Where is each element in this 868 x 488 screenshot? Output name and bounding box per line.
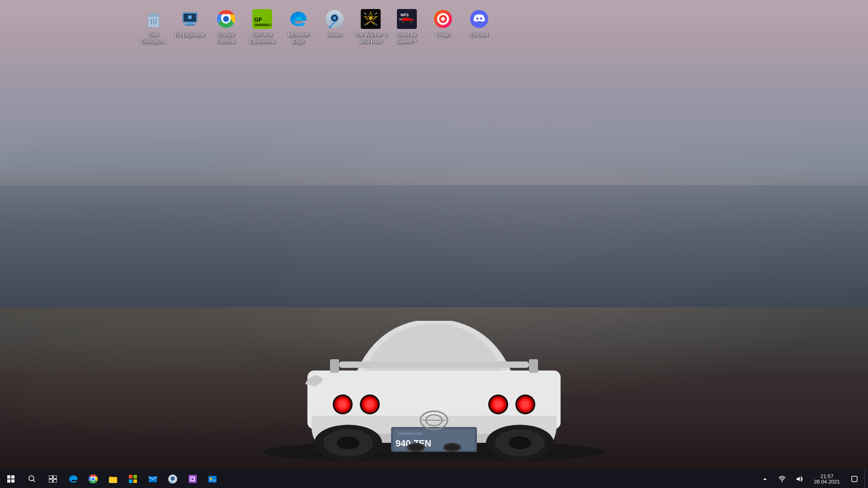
taskbar-app1-icon — [188, 474, 198, 484]
svg-rect-92 — [53, 475, 57, 479]
svg-rect-51 — [184, 24, 195, 26]
svg-point-20 — [495, 401, 502, 408]
svg-rect-101 — [133, 475, 137, 479]
taskbar-explorer-icon — [108, 474, 118, 484]
desktop: WASHINGTON 940·ZEN — [0, 0, 868, 488]
taskbar-app1[interactable] — [183, 470, 203, 488]
taskbar-mail-icon — [148, 474, 158, 484]
svg-point-89 — [29, 476, 34, 481]
geforce-experience-icon: GF EXPERIENCE — [251, 8, 273, 30]
svg-rect-102 — [129, 479, 132, 483]
svg-point-85 — [441, 17, 445, 21]
desktop-icon-need-for-speed[interactable]: NFS Need for Speed™ — [389, 5, 425, 49]
svg-point-53 — [189, 16, 191, 18]
notification-center-icon — [851, 476, 858, 482]
svg-line-90 — [33, 480, 35, 482]
taskbar-search-button[interactable] — [22, 470, 42, 488]
svg-point-76 — [402, 22, 403, 23]
geforce-experience-label: GeForce Experience — [246, 32, 278, 45]
witcher3-label: The Witcher 3 Wild Hunt — [354, 32, 387, 45]
desktop-icon-steam[interactable]: Steam — [316, 5, 353, 42]
desktop-icon-witcher3[interactable]: The Witcher 3 Wild Hunt — [353, 5, 389, 49]
windows-logo-icon — [7, 475, 14, 483]
clock-time: 21:57 — [821, 474, 834, 479]
show-desktop-button[interactable] — [864, 470, 868, 488]
system-clock[interactable]: 21:57 28.04.2021 — [808, 470, 845, 488]
start-button[interactable] — [0, 470, 22, 488]
desktop-icon-this-pc[interactable]: Bu bilgisayar — [172, 5, 208, 42]
svg-marker-114 — [763, 478, 767, 480]
taskbar-store[interactable] — [123, 470, 143, 488]
need-for-speed-icon: NFS — [396, 8, 418, 30]
network-icon[interactable] — [774, 470, 790, 488]
svg-rect-93 — [49, 479, 52, 483]
svg-rect-112 — [208, 476, 217, 483]
notification-center-button[interactable] — [846, 470, 863, 488]
svg-point-68 — [369, 16, 373, 20]
sound-icon[interactable] — [791, 470, 807, 488]
discord-label: Discord — [471, 32, 488, 38]
wifi-icon — [778, 475, 786, 483]
svg-rect-115 — [852, 476, 857, 482]
desktop-icon-discord[interactable]: Discord — [461, 5, 497, 42]
svg-rect-99 — [109, 477, 117, 478]
svg-rect-91 — [49, 475, 52, 479]
svg-point-33 — [409, 444, 423, 450]
svg-rect-100 — [129, 475, 132, 479]
wallpaper-car: WASHINGTON 940·ZEN — [258, 271, 610, 461]
svg-point-87 — [476, 18, 479, 20]
show-hidden-icons-button[interactable] — [757, 470, 773, 488]
need-for-speed-label: Need for Speed™ — [391, 32, 423, 45]
svg-point-35 — [445, 444, 459, 450]
desktop-icon-geforce-experience[interactable]: GF EXPERIENCE GeForce Experience — [244, 5, 280, 49]
svg-text:NFS: NFS — [401, 13, 409, 17]
steam-icon — [324, 8, 345, 30]
chevron-up-icon — [763, 477, 767, 481]
svg-point-57 — [224, 17, 228, 21]
svg-point-41 — [509, 436, 531, 449]
svg-point-63 — [333, 16, 336, 20]
taskbar-store-icon — [128, 474, 138, 484]
svg-rect-103 — [133, 479, 137, 483]
taskbar-file-explorer[interactable] — [103, 470, 123, 488]
volume-icon — [796, 475, 803, 483]
witcher3-icon — [360, 8, 382, 30]
svg-point-64 — [329, 26, 331, 28]
this-pc-icon — [179, 8, 201, 30]
google-chrome-label: Google Chrome — [210, 32, 242, 45]
svg-point-24 — [522, 401, 529, 408]
taskbar-mail[interactable] — [143, 470, 163, 488]
origin-icon — [432, 8, 454, 30]
svg-rect-44 — [151, 13, 156, 15]
taskbar-steam-icon-small — [168, 474, 178, 484]
desktop-icon-recycle-bin[interactable]: Geri Dönüştür... — [136, 5, 172, 49]
taskbar-photos[interactable] — [203, 470, 222, 488]
desktop-icon-microsoft-edge[interactable]: Microsoft Edge — [280, 5, 316, 49]
svg-text:EXPERIENCE: EXPERIENCE — [255, 23, 272, 27]
microsoft-edge-icon — [288, 8, 309, 30]
svg-text:GF: GF — [254, 16, 262, 23]
svg-point-97 — [92, 478, 95, 481]
svg-point-38 — [337, 436, 359, 449]
desktop-icon-google-chrome[interactable]: Google Chrome — [208, 5, 244, 49]
steam-label: Steam — [327, 32, 342, 38]
taskbar: 21:57 28.04.2021 — [0, 470, 868, 488]
svg-rect-4 — [529, 359, 538, 373]
task-view-icon — [49, 475, 57, 483]
taskbar-pinned-items — [63, 470, 222, 488]
taskbar-steam[interactable] — [163, 470, 183, 488]
google-chrome-icon — [215, 8, 237, 30]
svg-point-88 — [480, 18, 482, 20]
task-view-button[interactable] — [42, 470, 63, 488]
desktop-icon-origin[interactable]: Origin — [425, 5, 461, 42]
taskbar-chrome[interactable] — [83, 470, 103, 488]
taskbar-edge[interactable] — [63, 470, 83, 488]
recycle-bin-label: Geri Dönüştür... — [137, 32, 170, 45]
taskbar-chrome-icon — [88, 474, 98, 484]
svg-text:WASHINGTON: WASHINGTON — [398, 432, 423, 436]
desktop-icons-container: Geri Dönüştür... Bu bilgisayar — [136, 5, 497, 49]
discord-icon — [468, 8, 490, 30]
search-icon — [28, 475, 36, 483]
recycle-bin-icon — [143, 8, 165, 30]
svg-point-16 — [366, 401, 373, 408]
